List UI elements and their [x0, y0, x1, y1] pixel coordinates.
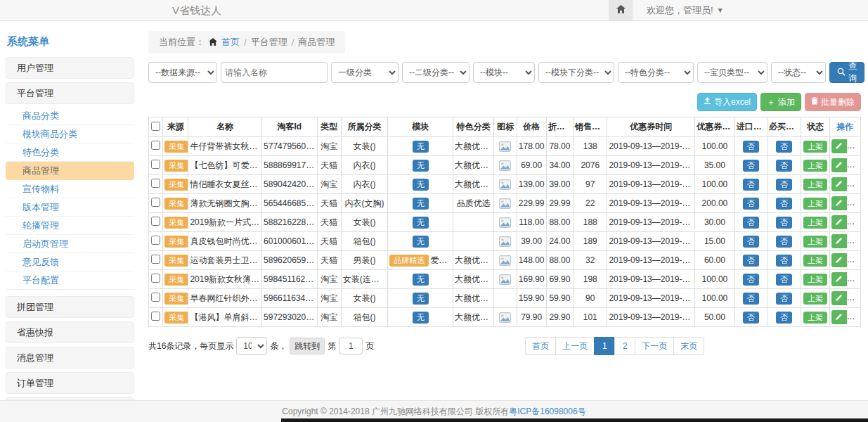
per-page-select[interactable]: 10: [236, 337, 267, 355]
table-row: 采集真皮钱包时尚优雅女士...601000601341天猫箱包()无39.002…: [149, 232, 861, 251]
row-checkbox[interactable]: [151, 293, 160, 302]
must-buy-toggle[interactable]: 否: [776, 179, 792, 191]
edit-button[interactable]: [831, 253, 847, 267]
module-subcategory-select[interactable]: --模块下分类--: [538, 62, 614, 83]
module-select[interactable]: --模块--: [473, 62, 535, 83]
status-badge[interactable]: 上架: [803, 236, 827, 248]
import-select-toggle[interactable]: 否: [743, 198, 759, 210]
sidebar-item[interactable]: 意见反馈: [6, 253, 134, 271]
edit-button[interactable]: [831, 291, 847, 305]
must-buy-toggle[interactable]: 否: [776, 274, 792, 286]
page-last[interactable]: 末页: [673, 337, 704, 355]
name-input[interactable]: [221, 62, 328, 83]
sidebar-item[interactable]: 版本管理: [6, 198, 134, 217]
edit-button[interactable]: [831, 215, 847, 229]
page-prev[interactable]: 上一页: [555, 337, 595, 355]
edit-button[interactable]: [831, 196, 847, 210]
row-checkbox[interactable]: [151, 141, 160, 150]
sidebar-item[interactable]: 特色分类: [6, 143, 134, 162]
must-buy-toggle[interactable]: 否: [776, 255, 792, 267]
coupon-time: 2019-09-13—2019-09-17: [607, 194, 695, 213]
home-shortcut-button[interactable]: [609, 0, 633, 20]
page-number[interactable]: 2: [614, 337, 635, 355]
status-badge[interactable]: 上架: [803, 293, 827, 305]
must-buy-toggle[interactable]: 否: [776, 312, 792, 324]
must-buy-toggle[interactable]: 否: [776, 141, 792, 153]
edit-button[interactable]: [831, 272, 847, 286]
must-buy-toggle[interactable]: 否: [776, 236, 792, 248]
sidebar-menu-heading[interactable]: 平台管理: [6, 82, 134, 104]
import-select-toggle[interactable]: 否: [743, 293, 759, 305]
pagination-row: 共16条记录，每页显示 10 条， 跳转到 第 页 首页上一页12下一页末页: [148, 337, 861, 355]
add-button[interactable]: ＋ 添加: [760, 93, 801, 111]
user-menu[interactable]: 欢迎您，管理员! ▼: [633, 0, 724, 20]
level1-category-select[interactable]: 一级分类: [331, 62, 399, 83]
must-buy-toggle[interactable]: 否: [776, 198, 792, 210]
status-select[interactable]: --状态--: [771, 62, 826, 83]
sidebar-panel: 消息管理: [6, 347, 134, 369]
import-excel-button[interactable]: 导入excel: [697, 93, 757, 111]
sidebar-item[interactable]: 启动页管理: [6, 235, 134, 253]
breadcrumb-home-icon: [209, 37, 217, 48]
page-number[interactable]: 1: [594, 337, 615, 355]
breadcrumb-home-link[interactable]: 首页: [221, 36, 240, 49]
taoke-id: 598451162391: [262, 270, 318, 289]
sidebar-item[interactable]: 轮播管理: [6, 217, 134, 235]
must-buy-toggle[interactable]: 否: [776, 160, 792, 172]
jump-button[interactable]: 跳转到: [290, 338, 325, 354]
sidebar-item[interactable]: 商品分类: [6, 107, 134, 125]
level2-category-select[interactable]: --二级分类--: [402, 62, 469, 83]
batch-delete-button[interactable]: 批量删除: [805, 93, 861, 111]
page-first[interactable]: 首页: [525, 337, 556, 355]
edit-button[interactable]: [831, 139, 847, 153]
sidebar-item[interactable]: 宣传物料: [6, 180, 134, 198]
import-select-toggle[interactable]: 否: [743, 179, 759, 191]
edit-button[interactable]: [831, 310, 847, 324]
row-checkbox[interactable]: [151, 236, 160, 245]
status-badge[interactable]: 上架: [803, 179, 827, 191]
status-badge[interactable]: 上架: [803, 198, 827, 210]
must-buy-toggle[interactable]: 否: [776, 217, 792, 229]
coupon-time: 2019-09-13—2019-09-17: [607, 137, 695, 156]
status-badge[interactable]: 上架: [803, 141, 827, 153]
page-next[interactable]: 下一页: [635, 337, 674, 355]
sidebar-menu-heading[interactable]: 消息管理: [6, 347, 134, 369]
jump-page-input[interactable]: [339, 338, 363, 354]
import-select-toggle[interactable]: 否: [743, 274, 759, 286]
row-checkbox[interactable]: [151, 255, 160, 264]
status-badge[interactable]: 上架: [803, 255, 827, 267]
row-checkbox[interactable]: [151, 274, 160, 283]
sidebar-item[interactable]: 商品管理: [6, 162, 134, 180]
edit-button[interactable]: [831, 158, 847, 172]
sidebar-item[interactable]: 平台配置: [6, 271, 134, 290]
status-badge[interactable]: 上架: [803, 217, 827, 229]
sidebar-menu-heading[interactable]: 省惠快报: [6, 321, 134, 343]
status-badge[interactable]: 上架: [803, 160, 827, 172]
row-checkbox[interactable]: [151, 217, 160, 226]
edit-button[interactable]: [831, 177, 847, 191]
import-select-toggle[interactable]: 否: [743, 141, 759, 153]
status-badge[interactable]: 上架: [803, 312, 827, 324]
must-buy-toggle[interactable]: 否: [776, 293, 792, 305]
import-select-toggle[interactable]: 否: [743, 160, 759, 172]
row-checkbox[interactable]: [151, 312, 160, 321]
sidebar-menu-heading[interactable]: 拼团管理: [6, 296, 134, 318]
import-select-toggle[interactable]: 否: [743, 255, 759, 267]
sidebar-menu-heading[interactable]: 订单管理: [6, 372, 134, 394]
row-checkbox[interactable]: [151, 198, 160, 207]
icp-link[interactable]: 粤ICP备16098006号: [509, 406, 585, 418]
edit-button[interactable]: [831, 234, 847, 248]
import-select-toggle[interactable]: 否: [743, 217, 759, 229]
data-source-select[interactable]: --数据来源--: [148, 62, 217, 83]
sidebar-menu-heading[interactable]: 用户管理: [6, 57, 134, 79]
import-select-toggle[interactable]: 否: [743, 236, 759, 248]
row-checkbox[interactable]: [151, 160, 160, 169]
sidebar-item[interactable]: 模块商品分类: [6, 125, 134, 143]
item-type-select[interactable]: --宝贝类型--: [697, 62, 767, 83]
feature-category-select[interactable]: --特色分类--: [618, 62, 694, 83]
select-all-checkbox[interactable]: [151, 122, 160, 131]
status-badge[interactable]: 上架: [803, 274, 827, 286]
query-button[interactable]: 查询: [829, 62, 864, 83]
row-checkbox[interactable]: [151, 179, 160, 188]
import-select-toggle[interactable]: 否: [743, 312, 759, 324]
